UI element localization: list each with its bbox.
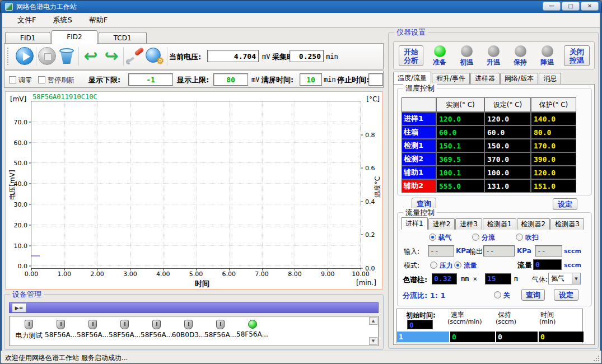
device-item-7[interactable]: 58F56A... <box>204 319 236 339</box>
menu-help[interactable]: 帮助F <box>87 14 110 26</box>
program-row-index[interactable]: 1 <box>397 332 449 342</box>
program-hold-cell[interactable]: 0 <box>496 332 538 342</box>
stop-acquisition-button[interactable] <box>38 47 57 66</box>
minimize-button[interactable]: — <box>543 2 561 11</box>
clear-button[interactable] <box>58 47 77 66</box>
led-indicator <box>461 45 473 57</box>
flow-setpoint-field[interactable]: 0 <box>533 259 562 270</box>
toolbar-grip[interactable] <box>7 48 9 65</box>
flow-tab-1[interactable]: 进样1 <box>401 217 428 230</box>
led-item-4: 保持 <box>507 44 534 68</box>
device-item-3[interactable]: 58F56A... <box>77 319 109 339</box>
start-analysis-button[interactable]: 开始分析 <box>399 45 423 66</box>
input-label: 输入: <box>404 247 419 256</box>
menu-system[interactable]: 系统S <box>50 14 74 26</box>
instrument-tab-5[interactable]: 消息 <box>539 73 561 84</box>
flow-set-button[interactable]: 设定 <box>554 289 578 301</box>
tab-fid2[interactable]: FID2 <box>52 30 97 44</box>
tools-button[interactable] <box>125 47 144 66</box>
temp-set-cell[interactable]: 100.0 <box>485 166 530 179</box>
zero-checkbox[interactable] <box>9 76 16 83</box>
x-tick-label: 5.00 <box>189 270 203 278</box>
program-time-cell[interactable]: 0 <box>539 332 584 342</box>
carrier-gas-label: 载气 <box>438 234 452 241</box>
flow-tab-2[interactable]: 进样2 <box>428 218 455 230</box>
back-button[interactable]: ↩ <box>81 47 100 66</box>
y-tick <box>29 163 31 164</box>
temp-protect-cell[interactable]: 120.0 <box>531 166 576 179</box>
temp-protect-cell[interactable]: 140.0 <box>531 113 576 125</box>
gas-select[interactable]: 氮气 ▼ <box>548 273 581 284</box>
pressure-mode-radio[interactable]: 压力 <box>430 261 453 270</box>
close-button[interactable]: ✕ <box>581 2 599 11</box>
acq-time-field[interactable]: 0.250 <box>290 50 324 62</box>
column-length-field[interactable]: 15 <box>485 273 511 284</box>
device-item-4[interactable]: 58F56A... <box>109 319 141 339</box>
output-pressure-field[interactable]: -- <box>483 245 515 256</box>
instrument-tab-4[interactable]: 网络/版本 <box>500 73 538 84</box>
purge-radio[interactable]: 吹扫 <box>516 233 539 242</box>
resize-grip[interactable] <box>598 360 599 361</box>
flow-query-button[interactable]: 查询 <box>521 289 545 301</box>
program-rate-cell[interactable]: 0 <box>450 332 495 342</box>
voltage-field[interactable]: 4.704 <box>207 50 259 62</box>
flow-tab-4[interactable]: 检测器1 <box>483 218 516 230</box>
carrier-gas-radio[interactable]: 载气 <box>429 233 452 242</box>
temp-set-cell[interactable]: 120.0 <box>485 113 530 125</box>
total-flow-field[interactable]: -- <box>535 245 562 256</box>
temp-protect-cell[interactable]: 390.0 <box>531 153 576 165</box>
temp-protect-cell[interactable]: 80.0 <box>531 126 576 138</box>
tab-fid1[interactable]: FID1 <box>5 32 50 44</box>
flow-mode-radio[interactable]: 流量 <box>454 261 477 270</box>
acq-time-unit: min <box>326 53 338 60</box>
window-title: 网络色谱电力工作站 <box>16 2 77 12</box>
lower-limit-field[interactable]: -1 <box>128 73 173 86</box>
pause-refresh-checkbox[interactable] <box>38 76 45 83</box>
gas-label: 气体: <box>532 275 548 284</box>
x-tick-label: 0.00 <box>25 270 39 278</box>
temp-set-cell[interactable]: 131.0 <box>485 180 530 192</box>
x-gridline <box>196 101 197 268</box>
temp-set-cell[interactable]: 370.0 <box>485 153 530 165</box>
upper-limit-field[interactable]: 80 <box>213 73 248 86</box>
maximize-button[interactable]: □ <box>562 2 580 11</box>
temp-protect-cell[interactable]: 170.0 <box>531 139 576 152</box>
device-list-button[interactable]: ▶≡ <box>12 303 26 312</box>
network-settings-button[interactable]: ⚙ <box>146 47 165 66</box>
tab-tcd1[interactable]: TCD1 <box>99 32 147 44</box>
scroll-up-arrow[interactable]: ▲ <box>369 317 377 325</box>
instrument-tab-1[interactable]: 温度/流量 <box>393 72 431 84</box>
menu-file[interactable]: 文件F <box>15 14 38 26</box>
device-icon <box>88 320 97 329</box>
initial-time-field[interactable]: 0 <box>407 320 433 329</box>
start-acquisition-button[interactable] <box>16 47 35 66</box>
temp-actual-cell: 100.1 <box>437 166 484 179</box>
device-item-2[interactable]: 58F56A... <box>45 319 77 339</box>
device-item-5[interactable]: 58F56A... <box>141 319 172 339</box>
flow-tab-3[interactable]: 进样3 <box>455 218 482 230</box>
instrument-tab-3[interactable]: 进样器 <box>470 73 500 84</box>
split-radio[interactable]: 分流 <box>472 233 495 242</box>
fullscreen-time-field[interactable]: 10 <box>300 73 322 86</box>
split-off-radio[interactable]: 关 <box>494 291 510 300</box>
flow-tab-5[interactable]: 检测器2 <box>517 218 550 230</box>
temp-set-button[interactable]: 设定 <box>553 198 577 210</box>
split-label: 分流 <box>482 234 495 241</box>
close-temp-control-button[interactable]: 关闭控温 <box>564 45 590 66</box>
y-gridline <box>31 162 361 163</box>
temp-set-cell[interactable]: 60.0 <box>485 126 530 138</box>
forward-button[interactable]: ↪ <box>102 47 121 66</box>
fullscreen-time-label: 满屏时间: <box>262 75 293 85</box>
device-item-1[interactable]: 电力测试 <box>13 319 45 340</box>
column-id-field[interactable]: 0.32 <box>432 273 457 284</box>
instrument-tab-2[interactable]: 程升/事件 <box>432 73 470 84</box>
stop-time-field[interactable] <box>368 73 383 86</box>
device-item-8[interactable]: 58F56A... <box>236 319 268 338</box>
device-manager-group: 设备管理 ▶≡ ▲ ▼ 电力测试58F56A...58F56A...58F56A… <box>4 294 384 350</box>
device-item-6[interactable]: 60B0D3... <box>172 319 204 339</box>
input-pressure-field[interactable]: -- <box>428 245 454 256</box>
scroll-down-arrow[interactable]: ▼ <box>369 337 377 345</box>
temp-protect-cell[interactable]: 151.0 <box>531 180 576 192</box>
temp-set-cell[interactable]: 150.0 <box>485 139 530 152</box>
flow-tab-6[interactable]: 检测器3 <box>550 218 584 230</box>
